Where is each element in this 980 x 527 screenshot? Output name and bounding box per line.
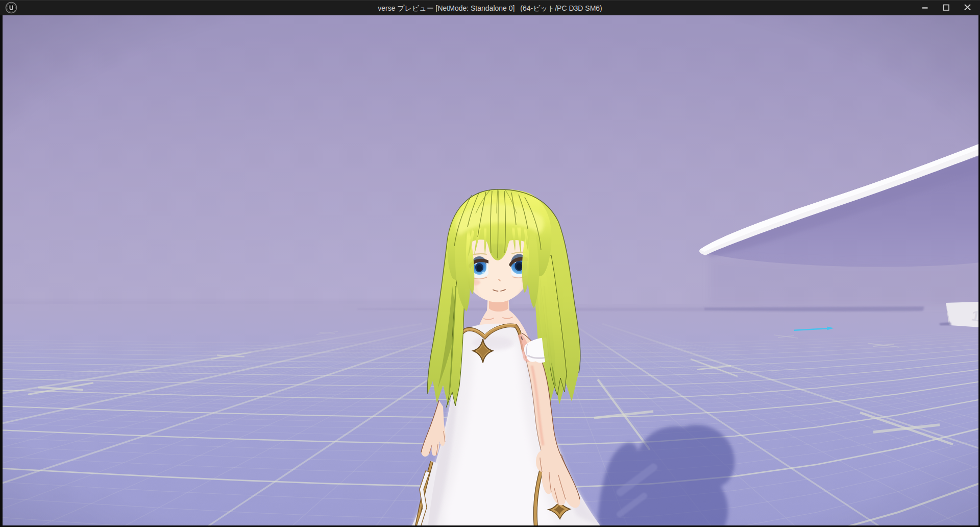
svg-text:verse プレビュー [NetMode: Standalo: verse プレビュー [NetMode: Standalone 0] (64-… (378, 4, 602, 12)
